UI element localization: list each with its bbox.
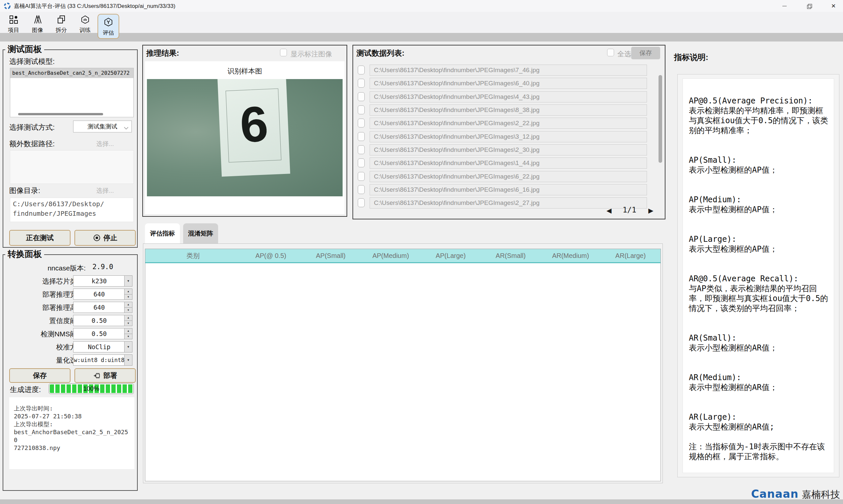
app-logo-icon: [3, 2, 11, 11]
extra-data-path-label: 额外数据路径:: [9, 139, 55, 149]
deploy-button[interactable]: 部署: [74, 368, 136, 383]
chip-type-select[interactable]: k230 ▼: [73, 275, 132, 287]
combo-arrow-icon[interactable]: ▼: [124, 355, 132, 365]
maximize-button[interactable]: [800, 0, 819, 12]
deploy-height-stepper[interactable]: 640 ▲▼: [73, 302, 132, 313]
nms-threshold-stepper[interactable]: 0.50 ▲▼: [73, 328, 132, 339]
spin-up-icon[interactable]: ▲: [125, 302, 132, 308]
stop-icon: [93, 234, 101, 242]
spin-up-icon[interactable]: ▲: [125, 328, 132, 334]
list-item[interactable]: C:\Users\86137\Desktop\findnumber\JPEGIm…: [370, 131, 647, 142]
inference-result-title: 推理结果:: [146, 48, 179, 58]
list-item[interactable]: C:\Users\86137\Desktop\findnumber\JPEGIm…: [370, 158, 647, 169]
list-item[interactable]: C:\Users\86137\Desktop\findnumber\JPEGIm…: [370, 78, 647, 89]
list-item[interactable]: C:\Users\86137\Desktop\findnumber\JPEGIm…: [370, 65, 647, 76]
split-icon: [57, 15, 66, 25]
next-page-button[interactable]: ▶: [648, 206, 653, 214]
test-panel-title: 测试面板: [5, 43, 44, 55]
list-item[interactable]: C:\Users\86137\Desktop\findnumber\JPEGIm…: [370, 104, 647, 115]
model-list-hscrollbar[interactable]: [18, 113, 103, 115]
confidence-threshold-stepper[interactable]: 0.50 ▲▼: [73, 315, 132, 326]
combo-arrow-icon[interactable]: ▼: [124, 342, 132, 352]
list-item[interactable]: C:\Users\86137\Desktop\findnumber\JPEGIm…: [370, 171, 647, 182]
calibration-method-select[interactable]: NoClip ▼: [73, 341, 132, 353]
toolbar-item-evaluate[interactable]: 评估: [97, 14, 119, 39]
stop-button-label: 停止: [104, 233, 117, 242]
train-icon: [81, 15, 90, 25]
list-item[interactable]: C:\Users\86137\Desktop\findnumber\JPEGIm…: [370, 144, 647, 156]
toolbar-separator: [0, 33, 843, 41]
test-method-select[interactable]: 测试集测试: [73, 121, 132, 132]
toolbar-item-train[interactable]: 训练: [74, 13, 95, 32]
column-header: AR(Small): [481, 249, 541, 262]
toolbar-item-split[interactable]: 拆分: [51, 13, 72, 32]
column-header: AP(Small): [301, 249, 361, 262]
list-save-button[interactable]: 保存: [631, 47, 660, 59]
toolbar-item-image[interactable]: 图像: [27, 13, 48, 32]
image-dir-choose-button[interactable]: 选择...: [96, 186, 114, 195]
column-header: 类别: [145, 249, 241, 262]
progress-label: 生成进度:: [10, 385, 41, 395]
row-checkbox[interactable]: [358, 79, 365, 88]
test-method-value: 测试集测试: [88, 123, 117, 130]
spin-down-icon[interactable]: ▼: [125, 334, 132, 339]
select-all-checkbox[interactable]: [607, 49, 614, 56]
stop-button[interactable]: 停止: [74, 230, 136, 246]
list-item[interactable]: C:\Users\86137\Desktop\findnumber\JPEGIm…: [370, 118, 647, 129]
combo-arrow-icon[interactable]: ▼: [124, 276, 132, 286]
row-checkbox[interactable]: [358, 132, 365, 141]
test-method-label: 选择测试方式:: [9, 123, 55, 132]
list-item[interactable]: C:\Users\86137\Desktop\findnumber\JPEGIm…: [370, 184, 647, 195]
image-icon: [33, 15, 42, 25]
close-button[interactable]: ✕: [824, 0, 843, 12]
testing-button[interactable]: 正在测试: [9, 230, 71, 246]
metrics-info-textarea[interactable]: AP@0.5(Average Precision): 表示检测结果的平均精准率，…: [683, 78, 834, 473]
quantization-option-select[interactable]: w:uint8 d:uint8 ▼: [73, 355, 132, 366]
title-bar: 嘉楠AI算法平台-评估 (33 C:/Users/86137/Desktop/a…: [0, 0, 843, 12]
column-header: AP(Medium): [361, 249, 421, 262]
spin-down-icon[interactable]: ▼: [125, 308, 132, 313]
window-title: 嘉楠AI算法平台-评估 (33 C:/Users/86137/Desktop/a…: [14, 2, 175, 10]
model-list: best_AnchorBaseDet_can2_5_n_202507272: [10, 68, 134, 117]
spin-down-icon[interactable]: ▼: [125, 294, 132, 300]
column-header: AR(Large): [600, 249, 661, 262]
list-item[interactable]: C:\Users\86137\Desktop\findnumber\JPEGIm…: [370, 197, 647, 209]
evaluate-icon: [104, 17, 113, 28]
row-checkbox[interactable]: [358, 66, 365, 74]
list-item[interactable]: C:\Users\86137\Desktop\findnumber\JPEGIm…: [370, 91, 647, 103]
model-list-item[interactable]: best_AnchorBaseDet_can2_5_n_202507272: [10, 68, 133, 78]
nncase-version-value: 2.9.0: [73, 263, 132, 271]
list-vscrollbar[interactable]: [659, 75, 662, 163]
spin-up-icon[interactable]: ▲: [125, 315, 132, 321]
spin-up-icon[interactable]: ▲: [125, 289, 132, 294]
show-annotated-label: 显示标注图像: [290, 49, 332, 59]
row-checkbox[interactable]: [358, 92, 365, 101]
extra-data-choose-button[interactable]: 选择...: [96, 140, 114, 148]
column-header: AR(Medium): [541, 249, 600, 262]
row-checkbox[interactable]: [358, 185, 365, 194]
inference-content: 识别样本图 6: [145, 61, 345, 214]
row-checkbox[interactable]: [358, 159, 365, 167]
row-checkbox[interactable]: [358, 119, 365, 127]
row-checkbox[interactable]: [358, 172, 365, 181]
save-button[interactable]: 保存: [9, 368, 71, 383]
row-checkbox[interactable]: [358, 145, 365, 154]
image-dir-label: 图像目录:: [9, 186, 40, 196]
minimize-button[interactable]: [775, 0, 794, 12]
tab-eval-metrics[interactable]: 评估指标: [145, 223, 180, 244]
toolbar: [0, 12, 843, 33]
toolbar-item-project[interactable]: 项目: [3, 13, 24, 32]
metrics-table: 类别 AP(@ 0.5) AP(Small) AP(Medium) AP(Lar…: [145, 249, 661, 481]
export-info-textarea[interactable]: 上次导出时间: 2025-07-27 21:50:38 上次导出模型: best…: [9, 397, 134, 469]
deploy-width-stepper[interactable]: 640 ▲▼: [73, 289, 132, 300]
select-all-label: 全选: [617, 49, 631, 59]
row-checkbox[interactable]: [358, 198, 365, 207]
spin-down-icon[interactable]: ▼: [125, 321, 132, 326]
row-checkbox[interactable]: [358, 105, 365, 114]
prev-page-button[interactable]: ◀: [607, 206, 611, 214]
tab-confusion-matrix[interactable]: 混淆矩阵: [183, 223, 218, 244]
chip-deploy-icon: [93, 372, 101, 379]
project-icon: [9, 15, 18, 25]
sample-image-caption: 识别样本图: [145, 67, 345, 76]
show-annotated-checkbox[interactable]: [280, 49, 287, 56]
